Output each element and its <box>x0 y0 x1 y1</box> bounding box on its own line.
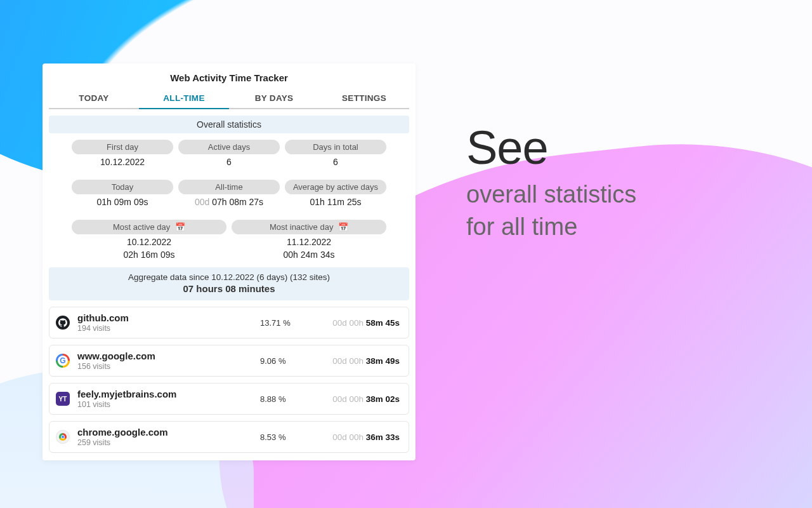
google-icon: G <box>56 354 70 368</box>
stat-most-active: Most active day 📅 10.12.2022 02h 16m 09s <box>72 220 226 260</box>
github-icon <box>56 316 70 330</box>
site-visits: 194 visits <box>77 324 260 333</box>
stat-label: Days in total <box>285 140 386 154</box>
site-domain: feely.myjetbrains.com <box>77 389 260 399</box>
site-row[interactable]: chrome.google.com 259 visits 8.53 % 00d … <box>49 421 409 453</box>
site-time: 00d 00h 58m 45s <box>317 318 400 328</box>
site-percent: 8.53 % <box>260 432 317 442</box>
stat-value: 10.12.2022 <box>100 157 145 167</box>
site-visits: 259 visits <box>77 438 260 447</box>
chrome-icon <box>56 430 70 444</box>
jetbrains-icon: YT <box>56 392 70 406</box>
headline-big: See <box>466 121 636 175</box>
stat-value: 01h 09m 09s <box>97 197 148 207</box>
site-time: 00d 00h 38m 49s <box>317 356 400 366</box>
site-time: 00d 00h 38m 02s <box>317 394 400 404</box>
stat-active-days: Active days 6 <box>178 140 280 167</box>
site-percent: 13.71 % <box>260 318 317 328</box>
stat-avg-active: Average by active days 01h 11m 25s <box>285 180 386 207</box>
site-row[interactable]: YT feely.myjetbrains.com 101 visits 8.88… <box>49 383 409 415</box>
calendar-icon: 📅 <box>175 222 185 232</box>
aggregate-line1: Aggregate data since 10.12.2022 (6 days)… <box>49 272 409 282</box>
tab-by-days[interactable]: BY DAYS <box>229 90 319 109</box>
stat-label: First day <box>72 140 173 154</box>
site-row[interactable]: github.com 194 visits 13.71 % 00d 00h 58… <box>49 307 409 338</box>
app-window: Web Activity Time Tracker TODAY ALL-TIME… <box>43 64 416 460</box>
marketing-headline: See overall statistics for all time <box>466 121 636 244</box>
site-time: 00d 00h 36m 33s <box>317 432 400 442</box>
site-domain: www.google.com <box>77 351 260 361</box>
site-main: www.google.com 156 visits <box>77 351 260 371</box>
site-main: feely.myjetbrains.com 101 visits <box>77 389 260 409</box>
stat-most-inactive: Most inactive day 📅 11.12.2022 00h 24m 3… <box>232 220 386 260</box>
headline-sub: overall statistics for all time <box>466 178 636 244</box>
overall-stats-title: Overall statistics <box>49 116 409 133</box>
stat-value: 6 <box>226 157 232 167</box>
site-domain: chrome.google.com <box>77 427 260 438</box>
stat-label: Average by active days <box>285 180 386 194</box>
tab-settings[interactable]: SETTINGS <box>319 90 409 109</box>
stat-time: 02h 16m 09s <box>124 250 175 260</box>
site-main: chrome.google.com 259 visits <box>77 427 260 447</box>
stat-today: Today 01h 09m 09s <box>72 180 173 207</box>
stat-label: Today <box>72 180 173 194</box>
tabs: TODAY ALL-TIME BY DAYS SETTINGS <box>49 90 409 109</box>
stat-date: 11.12.2022 <box>287 237 331 247</box>
site-domain: github.com <box>77 312 260 323</box>
site-row[interactable]: G www.google.com 156 visits 9.06 % 00d 0… <box>49 345 409 377</box>
calendar-icon: 📅 <box>338 222 348 232</box>
site-visits: 101 visits <box>77 400 260 409</box>
app-title: Web Activity Time Tracker <box>49 70 409 90</box>
stat-label: Active days <box>178 140 280 154</box>
site-percent: 9.06 % <box>260 356 317 366</box>
site-main: github.com 194 visits <box>77 312 260 333</box>
stat-first-day: First day 10.12.2022 <box>72 140 173 167</box>
stat-label: Most inactive day 📅 <box>232 220 386 234</box>
aggregate-line2: 07 hours 08 minutes <box>49 283 409 294</box>
stat-date: 10.12.2022 <box>127 237 171 247</box>
site-visits: 156 visits <box>77 362 260 371</box>
stats-grid: First day 10.12.2022 Active days 6 Days … <box>49 140 409 260</box>
site-percent: 8.88 % <box>260 394 317 404</box>
tab-today[interactable]: TODAY <box>49 90 139 109</box>
stat-days-total: Days in total 6 <box>285 140 386 167</box>
stat-label: All-time <box>178 180 280 194</box>
stat-all-time: All-time 00d 07h 08m 27s <box>178 180 280 207</box>
stat-value: 00d 07h 08m 27s <box>195 197 263 207</box>
aggregate-banner: Aggregate data since 10.12.2022 (6 days)… <box>49 267 409 300</box>
tab-all-time[interactable]: ALL-TIME <box>139 90 229 109</box>
stat-label: Most active day 📅 <box>72 220 226 234</box>
site-list: github.com 194 visits 13.71 % 00d 00h 58… <box>49 307 409 453</box>
stat-value: 6 <box>333 157 338 167</box>
stat-value: 01h 11m 25s <box>310 197 362 207</box>
stat-time: 00h 24m 34s <box>284 250 335 260</box>
